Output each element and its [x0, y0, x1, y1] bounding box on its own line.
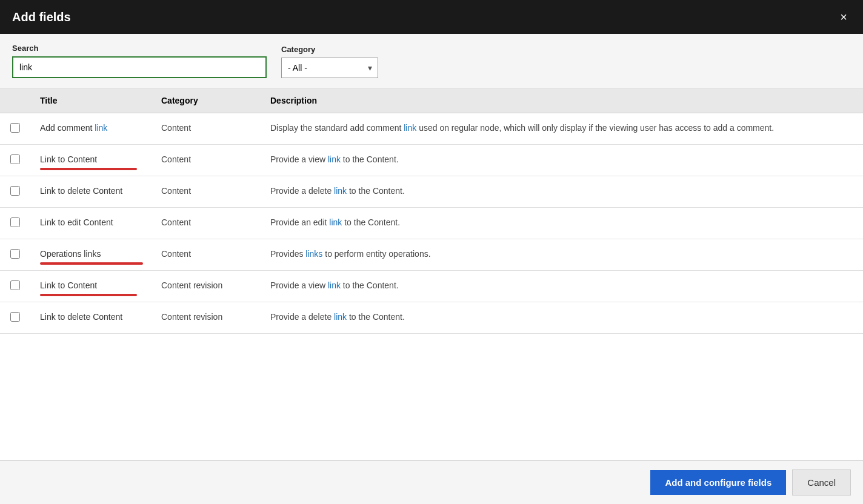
category-label: Category: [281, 45, 378, 54]
row-description: Provide a delete link to the Content.: [261, 176, 863, 208]
category-group: Category - All - Content Content revisio…: [281, 45, 378, 78]
row-category: Content: [152, 208, 261, 239]
row-title: Link to delete Content: [30, 302, 152, 334]
row-title: Link to edit Content: [30, 208, 152, 239]
row-title: Link to Content: [30, 145, 152, 176]
row-category: Content: [152, 239, 261, 271]
row-category: Content: [152, 113, 261, 145]
row-checkbox-cell: [0, 239, 30, 271]
col-title: Title: [30, 88, 152, 113]
link-highlight: link: [404, 123, 416, 133]
row-checkbox[interactable]: [10, 280, 20, 290]
table-row: Link to delete Content Content revision …: [0, 302, 863, 334]
row-checkbox[interactable]: [10, 154, 20, 164]
row-checkbox-cell: [0, 176, 30, 208]
row-title: Add comment link: [30, 113, 152, 145]
row-description: Provide a delete link to the Content.: [261, 302, 863, 334]
table-row: Link to Content Content Provide a view l…: [0, 145, 863, 176]
row-checkbox[interactable]: [10, 123, 20, 133]
row-title: Operations links: [30, 239, 152, 271]
row-checkbox-cell: [0, 113, 30, 145]
row-checkbox[interactable]: [10, 249, 20, 259]
link-highlight: link: [329, 217, 342, 227]
row-description: Provides links to perform entity operati…: [261, 239, 863, 271]
row-checkbox[interactable]: [10, 217, 20, 227]
row-title: Link to Content: [30, 271, 152, 302]
col-description: Description: [261, 88, 863, 113]
red-underline-annotation: [40, 168, 137, 170]
row-description: Provide a view link to the Content.: [261, 271, 863, 302]
row-description: Display the standard add comment link us…: [261, 113, 863, 145]
link-highlight: link: [328, 280, 341, 290]
link-highlight: link: [328, 154, 341, 164]
table-header-row: Title Category Description: [0, 88, 863, 113]
search-input[interactable]: [12, 56, 267, 78]
row-category: Content revision: [152, 302, 261, 334]
category-select[interactable]: - All - Content Content revision: [281, 58, 378, 78]
table-row: Link to Content Content revision Provide…: [0, 271, 863, 302]
table-row: Link to edit Content Content Provide an …: [0, 208, 863, 239]
close-button[interactable]: ×: [836, 10, 851, 24]
red-underline-annotation: [40, 262, 143, 265]
modal-header: Add fields ×: [0, 0, 863, 34]
modal-body: Title Category Description Add comment l…: [0, 88, 863, 460]
link-highlight: link: [334, 312, 347, 322]
row-checkbox[interactable]: [10, 186, 20, 196]
row-title: Link to delete Content: [30, 176, 152, 208]
fields-table: Title Category Description Add comment l…: [0, 88, 863, 334]
modal-footer: Add and configure fields Cancel: [0, 460, 863, 504]
row-checkbox-cell: [0, 145, 30, 176]
search-bar: Search Category - All - Content Content …: [0, 34, 863, 88]
row-category: Content revision: [152, 271, 261, 302]
col-checkbox: [0, 88, 30, 113]
add-configure-button[interactable]: Add and configure fields: [650, 470, 786, 495]
row-checkbox[interactable]: [10, 312, 20, 322]
row-category: Content: [152, 145, 261, 176]
cancel-button[interactable]: Cancel: [792, 469, 851, 496]
link-highlight: links: [305, 249, 322, 259]
link-highlight: link: [95, 123, 107, 133]
row-checkbox-cell: [0, 208, 30, 239]
category-select-wrapper: - All - Content Content revision: [281, 58, 378, 78]
table-row: Operations links Content Provides links …: [0, 239, 863, 271]
table-row: Add comment link Content Display the sta…: [0, 113, 863, 145]
red-underline-annotation: [40, 294, 137, 296]
modal-title: Add fields: [12, 10, 71, 24]
link-highlight: link: [334, 186, 347, 196]
search-label: Search: [12, 44, 267, 53]
row-description: Provide a view link to the Content.: [261, 145, 863, 176]
row-checkbox-cell: [0, 302, 30, 334]
add-fields-modal: Add fields × Search Category - All - Con…: [0, 0, 863, 504]
search-group: Search: [12, 44, 267, 78]
row-category: Content: [152, 176, 261, 208]
row-checkbox-cell: [0, 271, 30, 302]
col-category: Category: [152, 88, 261, 113]
table-row: Link to delete Content Content Provide a…: [0, 176, 863, 208]
row-description: Provide an edit link to the Content.: [261, 208, 863, 239]
